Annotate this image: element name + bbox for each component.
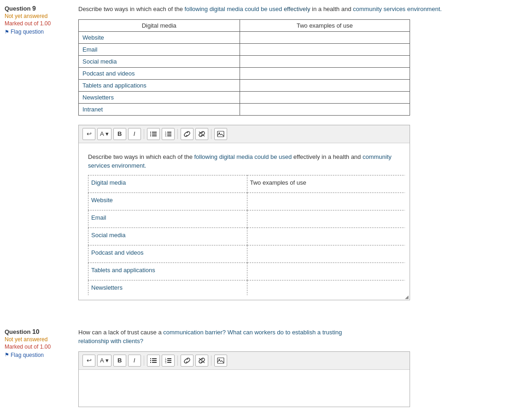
q10-status: Not yet answered bbox=[5, 336, 69, 343]
q10-question-text: How can a lack of trust cause a communic… bbox=[78, 328, 511, 346]
q10-marked: Marked out of 1.00 bbox=[5, 344, 69, 350]
editor-resize-handle[interactable]: ◢ bbox=[404, 294, 410, 300]
svg-rect-22 bbox=[167, 358, 171, 359]
svg-rect-15 bbox=[150, 358, 151, 359]
q10-unordered-list-button[interactable] bbox=[147, 355, 160, 367]
q9-main-table: Digital media Two examples of use Websit… bbox=[78, 19, 410, 116]
example-cell bbox=[240, 103, 410, 115]
q9-number: 9 bbox=[32, 5, 36, 12]
q9-editor-inner: Describe two ways in which each of the f… bbox=[83, 148, 405, 295]
undo-button[interactable]: ↩ bbox=[82, 128, 95, 140]
q10-number: 10 bbox=[32, 328, 40, 335]
dashed-col2-header: Two examples of use bbox=[247, 175, 405, 192]
q9-flag-link[interactable]: ⚑ Flag question bbox=[5, 29, 69, 35]
q10-label: Question 10 bbox=[5, 328, 69, 335]
dashed-example-cell bbox=[247, 228, 405, 245]
q10-toolbar-separator-3 bbox=[211, 356, 211, 366]
q10-bold-button[interactable]: B bbox=[113, 355, 126, 367]
toolbar-separator-1 bbox=[144, 129, 144, 139]
q10-font-button[interactable]: A ▾ bbox=[97, 355, 111, 367]
table-row: Newsletters bbox=[79, 91, 410, 103]
svg-text:3.: 3. bbox=[165, 134, 167, 137]
q9-status: Not yet answered bbox=[5, 13, 69, 19]
q10-image-button[interactable] bbox=[214, 355, 227, 367]
q9-flag-label: Flag question bbox=[11, 29, 44, 35]
media-cell: Email bbox=[79, 43, 240, 55]
q10-unlink-button[interactable] bbox=[195, 355, 208, 367]
q10-editor[interactable]: ↩ A ▾ B I 1.2.3. bbox=[78, 351, 410, 407]
svg-text:3.: 3. bbox=[165, 361, 167, 364]
q10-link-button[interactable] bbox=[181, 355, 194, 367]
svg-rect-17 bbox=[150, 360, 151, 361]
unlink-button[interactable] bbox=[195, 128, 208, 140]
dashed-media-cell: Newsletters bbox=[88, 280, 247, 295]
table-row: Podcast and videos bbox=[79, 67, 410, 79]
dashed-table-row: Newsletters bbox=[88, 280, 405, 295]
svg-rect-26 bbox=[167, 362, 171, 363]
example-cell bbox=[240, 55, 410, 67]
svg-rect-5 bbox=[152, 135, 157, 136]
example-cell bbox=[240, 79, 410, 91]
q10-flag-label: Flag question bbox=[11, 352, 44, 358]
q10-block: Question 10 Not yet answered Marked out … bbox=[0, 328, 516, 407]
q9-editor-scroll[interactable]: Describe two ways in which each of the f… bbox=[83, 148, 405, 295]
dashed-example-cell bbox=[247, 280, 405, 295]
dashed-example-cell bbox=[247, 210, 405, 228]
dashed-example-cell bbox=[247, 245, 405, 262]
link-button[interactable] bbox=[181, 128, 194, 140]
q9-toolbar: ↩ A ▾ B I 1.2.3. bbox=[79, 125, 410, 143]
media-cell: Tablets and applications bbox=[79, 79, 240, 91]
svg-rect-7 bbox=[167, 132, 171, 133]
toolbar-separator-2 bbox=[177, 129, 178, 139]
italic-button[interactable]: I bbox=[128, 128, 141, 140]
svg-rect-20 bbox=[152, 362, 157, 363]
dashed-col1-header: Digital media bbox=[88, 175, 247, 192]
image-button[interactable] bbox=[214, 128, 227, 140]
q9-flag-icon: ⚑ bbox=[5, 29, 9, 35]
dashed-table-row: Website bbox=[88, 192, 405, 210]
bold-button[interactable]: B bbox=[113, 128, 126, 140]
table-row: Social media bbox=[79, 55, 410, 67]
dashed-table-header-row: Digital media Two examples of use bbox=[88, 175, 405, 192]
dashed-table-row: Tablets and applications bbox=[88, 262, 405, 280]
ordered-list-button[interactable]: 1.2.3. bbox=[162, 128, 175, 140]
dashed-media-cell: Podcast and videos bbox=[88, 245, 247, 262]
dashed-example-cell bbox=[247, 192, 405, 210]
svg-rect-18 bbox=[152, 360, 157, 361]
q9-marked: Marked out of 1.00 bbox=[5, 20, 69, 27]
q10-main: How can a lack of trust cause a communic… bbox=[74, 328, 516, 407]
svg-rect-28 bbox=[217, 358, 224, 363]
q10-flag-link[interactable]: ⚑ Flag question bbox=[5, 352, 69, 358]
q10-italic-button[interactable]: I bbox=[128, 355, 141, 367]
media-cell: Newsletters bbox=[79, 91, 240, 103]
col1-header: Digital media bbox=[79, 19, 240, 31]
media-cell: Website bbox=[79, 31, 240, 43]
q10-editor-body[interactable] bbox=[79, 370, 410, 407]
q9-dashed-table: Digital media Two examples of use Websit… bbox=[88, 175, 405, 295]
dashed-example-cell bbox=[247, 262, 405, 280]
q10-sidebar: Question 10 Not yet answered Marked out … bbox=[0, 328, 74, 407]
example-cell bbox=[240, 67, 410, 79]
q9-editor-question-text: Describe two ways in which each of the f… bbox=[88, 152, 400, 170]
dashed-table-row: Podcast and videos bbox=[88, 245, 405, 262]
col2-header: Two examples of use bbox=[240, 19, 410, 31]
q9-editor-body[interactable]: Describe two ways in which each of the f… bbox=[79, 143, 410, 300]
svg-rect-11 bbox=[167, 135, 171, 136]
q10-ordered-list-button[interactable]: 1.2.3. bbox=[162, 355, 175, 367]
q9-editor[interactable]: ↩ A ▾ B I 1.2.3. bbox=[78, 125, 410, 300]
q10-toolbar-separator-2 bbox=[177, 356, 178, 366]
dashed-table-row: Social media bbox=[88, 228, 405, 245]
svg-rect-2 bbox=[150, 134, 151, 134]
q10-flag-icon: ⚑ bbox=[5, 352, 9, 358]
q10-undo-button[interactable]: ↩ bbox=[82, 355, 95, 367]
dashed-table-row: Email bbox=[88, 210, 405, 228]
q9-block: Describe two ways in which each of the f… bbox=[78, 5, 511, 300]
example-cell bbox=[240, 31, 410, 43]
q9-label: Question 9 bbox=[5, 5, 69, 12]
q9-question-text: Describe two ways in which each of the f… bbox=[78, 5, 511, 14]
q10-toolbar: ↩ A ▾ B I 1.2.3. bbox=[79, 352, 410, 370]
unordered-list-button[interactable] bbox=[147, 128, 160, 140]
media-cell: Social media bbox=[79, 55, 240, 67]
svg-rect-0 bbox=[150, 132, 151, 133]
font-button[interactable]: A ▾ bbox=[97, 128, 111, 140]
